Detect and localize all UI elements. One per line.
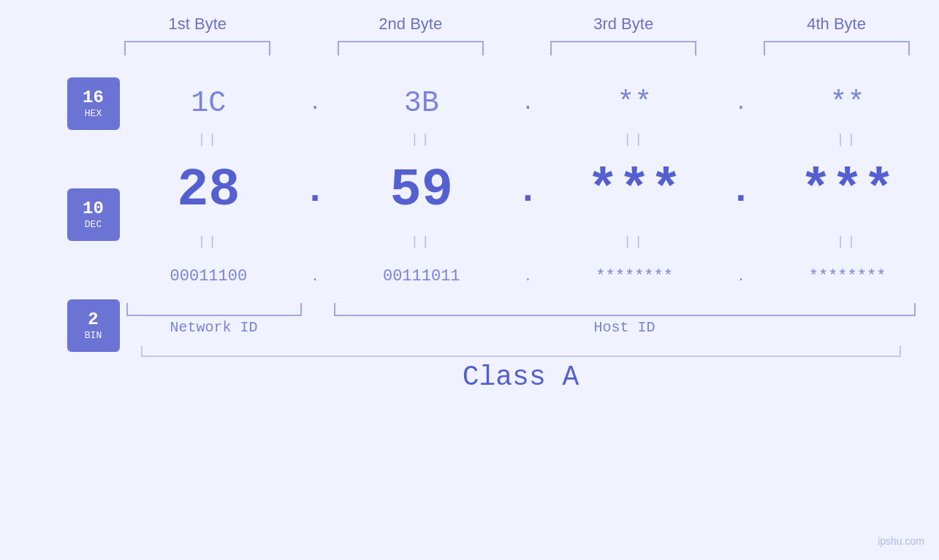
id-labels: Network ID Host ID [126,319,916,336]
equals-row-1: || || || || [126,129,930,150]
eq1-3: || [561,132,707,147]
byte-header-2: 2nd Byte [338,15,484,34]
eq1-4: || [775,132,921,147]
bin-dot-1: . [300,253,330,300]
hex-val-2: 3B [349,77,495,129]
hex-badge-number: 16 [83,89,104,107]
bin-badge-number: 2 [88,311,98,329]
class-bracket [141,346,901,357]
hex-badge: 16 HEX [67,77,120,130]
bracket-3 [550,41,696,55]
network-id-label: Network ID [126,319,302,336]
byte-headers-row: 1st Byte 2nd Byte 3rd Byte 4th Byte [115,15,919,34]
host-bottom-bracket [334,303,916,316]
bin-badge: 2 BIN [67,299,120,352]
dec-val-2: 59 [349,150,495,231]
class-bracket-container [126,346,916,357]
byte-header-3: 3rd Byte [550,15,696,34]
data-rows: 1C . 3B . ** . ** || || || || 28 [126,77,916,393]
badges-column: 16 HEX 10 DEC 2 BIN [39,77,126,352]
dec-row: 28 . 59 . *** . *** [126,150,930,231]
top-brackets [115,41,919,55]
bin-badge-label: BIN [85,330,102,341]
eq2-2: || [349,234,495,249]
hex-dot-1: . [300,77,330,129]
bracket-4 [764,41,910,55]
main-container: 1st Byte 2nd Byte 3rd Byte 4th Byte 16 H… [0,0,939,560]
network-bottom-bracket [126,303,302,316]
bin-val-3: ******** [561,253,707,300]
dec-dot-1: . [300,150,330,231]
hex-badge-label: HEX [85,108,102,119]
byte-header-4: 4th Byte [764,15,910,34]
dec-dot-2: . [513,150,542,231]
hex-row: 1C . 3B . ** . ** [126,77,930,129]
eq1-1: || [135,132,281,147]
dec-val-4: *** [775,150,921,231]
dec-val-1: 28 [135,150,281,231]
dec-dot-3: . [726,150,756,231]
equals-row-2: || || || || [126,231,930,253]
dec-badge: 10 DEC [67,188,120,241]
hex-dot-3: . [726,77,756,129]
bin-dot-3: . [726,253,756,300]
eq2-3: || [561,234,707,249]
byte-header-1: 1st Byte [124,15,270,34]
host-id-label: Host ID [334,319,916,336]
bin-row: 00011100 . 00111011 . ******** . *******… [126,253,930,300]
dec-badge-number: 10 [83,200,104,218]
bottom-brackets [126,303,916,316]
hex-dot-2: . [513,77,542,129]
hex-val-1: 1C [135,77,281,129]
bin-val-1: 00011100 [135,253,281,300]
bin-dot-2: . [513,253,542,300]
dec-badge-label: DEC [85,219,102,230]
eq2-1: || [135,234,281,249]
bracket-1 [124,41,270,55]
class-label: Class A [126,361,916,393]
hex-val-4: ** [775,77,921,129]
watermark: ipshu.com [878,535,924,547]
bracket-2 [338,41,484,55]
bin-val-2: 00111011 [349,253,495,300]
hex-val-3: ** [561,77,707,129]
bin-val-4: ******** [775,253,921,300]
dec-val-3: *** [561,150,707,231]
eq2-4: || [775,234,921,249]
eq1-2: || [349,132,495,147]
